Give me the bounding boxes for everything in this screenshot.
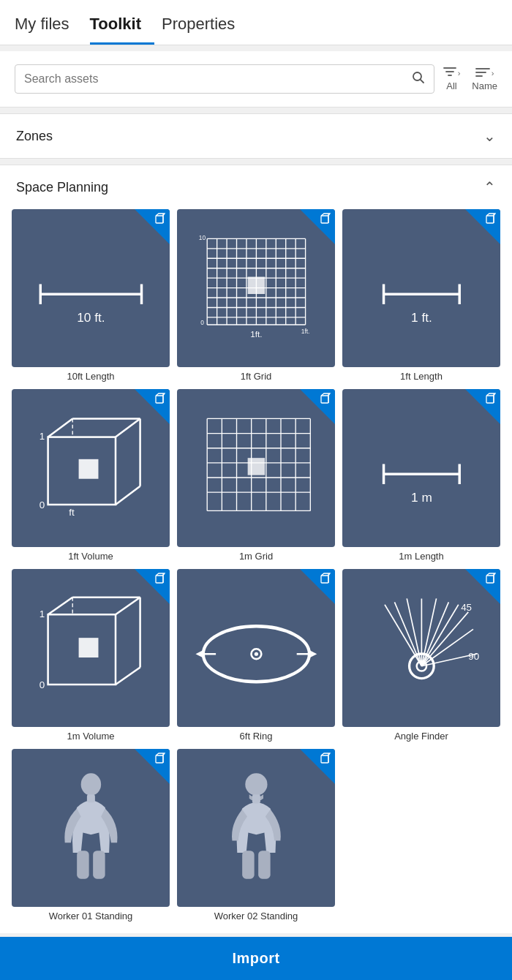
import-bar[interactable]: Import: [0, 937, 512, 980]
svg-text:ft: ft: [69, 508, 75, 519]
search-input-wrap[interactable]: [15, 64, 434, 94]
space-planning-section: Space Planning ⌃ 10 ft.: [0, 165, 512, 933]
zones-header[interactable]: Zones ⌄: [0, 114, 512, 158]
asset-card-6ft-ring[interactable]: 6ft Ring: [177, 569, 335, 742]
svg-line-85: [48, 598, 72, 615]
svg-line-87: [116, 668, 140, 685]
cube-icon: [320, 753, 331, 766]
filter-type-button[interactable]: › All: [443, 67, 461, 91]
svg-text:0: 0: [39, 679, 44, 690]
asset-illustration-angle-finder: 90 45: [358, 592, 485, 703]
svg-rect-34: [247, 277, 265, 295]
asset-illustration-1m-length: 1 m: [358, 412, 485, 523]
cube-icon: [320, 393, 331, 407]
cube-icon: [154, 393, 166, 407]
asset-thumb-worker-01: [12, 749, 170, 907]
asset-label-10ft-length: 10ft Length: [67, 371, 114, 382]
svg-text:1 m: 1 m: [411, 491, 432, 505]
cube-icon: [320, 213, 331, 227]
tab-my-files[interactable]: My files: [15, 15, 83, 45]
cube-icon: [485, 573, 497, 587]
search-section: › All › Name: [0, 51, 512, 108]
import-button[interactable]: Import: [232, 950, 279, 967]
svg-point-102: [254, 652, 257, 656]
svg-line-112: [421, 612, 468, 666]
asset-card-1ft-grid[interactable]: 1ft. 0 10 1ft. 1ft Grid: [177, 209, 335, 382]
main-scroll-area: › All › Name Zones ⌄: [0, 45, 512, 937]
asset-label-angle-finder: Angle Finder: [394, 731, 448, 742]
svg-rect-5: [156, 216, 163, 223]
asset-illustration-1m-volume: 0 1: [28, 592, 154, 703]
svg-rect-11: [321, 216, 328, 223]
asset-thumb-1ft-length: 1 ft.: [342, 209, 500, 367]
asset-illustration-6ft-ring: [193, 592, 320, 703]
asset-illustration-1ft-volume: 0 1 ft: [28, 412, 154, 523]
asset-card-1m-volume[interactable]: 0 1 1m Volume: [12, 569, 170, 742]
zones-section: Zones ⌄: [0, 113, 512, 159]
svg-rect-130: [258, 851, 270, 879]
svg-line-50: [116, 486, 140, 505]
svg-rect-123: [77, 851, 89, 879]
asset-label-1ft-volume: 1ft Volume: [68, 551, 113, 562]
space-planning-title: Space Planning: [16, 180, 108, 195]
svg-text:90: 90: [468, 652, 479, 663]
svg-text:1: 1: [39, 431, 44, 442]
svg-rect-94: [321, 576, 328, 583]
asset-card-1m-length[interactable]: 1 m 1m Length: [342, 389, 500, 562]
asset-thumb-worker-02: [177, 749, 335, 907]
svg-rect-82: [156, 576, 163, 583]
zones-title: Zones: [16, 129, 53, 144]
assets-grid: 10 ft. 10ft Length: [0, 209, 512, 921]
space-planning-chevron-icon: ⌃: [483, 178, 496, 196]
svg-line-105: [385, 605, 421, 666]
svg-rect-75: [247, 459, 265, 476]
svg-line-111: [421, 605, 458, 666]
filter-icon-row: ›: [443, 67, 461, 79]
asset-card-1ft-length[interactable]: 1 ft. 1ft Length: [342, 209, 500, 382]
search-input[interactable]: [24, 72, 412, 86]
svg-text:1ft.: 1ft.: [301, 328, 309, 335]
asset-label-1m-length: 1m Length: [399, 551, 443, 562]
svg-rect-103: [486, 576, 494, 583]
filter-type-label: All: [446, 80, 456, 91]
asset-thumb-1ft-grid: 1ft. 0 10 1ft.: [177, 209, 335, 367]
sort-chevron-icon: ›: [492, 69, 494, 78]
search-button[interactable]: [412, 71, 425, 87]
svg-text:0: 0: [200, 319, 204, 326]
asset-card-worker-01[interactable]: Worker 01 Standing: [12, 749, 170, 921]
asset-illustration-1ft-grid: 1ft. 0 10 1ft.: [193, 233, 320, 343]
svg-rect-125: [321, 755, 328, 763]
cube-icon: [154, 753, 166, 766]
asset-card-1m-grid[interactable]: 1m Grid: [177, 389, 335, 562]
space-planning-header[interactable]: Space Planning ⌃: [0, 165, 512, 209]
zones-chevron-icon: ⌄: [483, 127, 496, 145]
svg-marker-100: [309, 650, 317, 657]
sort-button[interactable]: › Name: [472, 67, 497, 91]
tab-properties[interactable]: Properties: [162, 15, 248, 45]
sort-icon-row: ›: [475, 67, 494, 79]
asset-illustration-1ft-length: 1 ft.: [358, 233, 485, 343]
filter-group: › All › Name: [443, 67, 497, 91]
asset-card-worker-02[interactable]: Worker 02 Standing: [177, 749, 335, 921]
cube-icon: [485, 213, 497, 227]
svg-rect-91: [78, 638, 98, 658]
svg-marker-99: [195, 650, 203, 657]
cube-icon: [320, 573, 331, 587]
svg-text:10: 10: [198, 234, 206, 241]
svg-text:1ft.: 1ft.: [250, 329, 262, 339]
asset-card-10ft-length[interactable]: 10 ft. 10ft Length: [12, 209, 170, 382]
svg-rect-58: [321, 396, 328, 403]
svg-text:1 ft.: 1 ft.: [411, 311, 432, 325]
svg-line-1: [420, 80, 423, 83]
asset-thumb-10ft-length: 10 ft.: [12, 209, 170, 367]
asset-thumb-angle-finder: 90 45: [342, 569, 500, 727]
filter-icon: [443, 67, 456, 79]
svg-rect-39: [486, 216, 494, 223]
cube-icon: [154, 213, 166, 227]
asset-illustration-10ft-length: 10 ft.: [28, 233, 154, 343]
svg-line-48: [48, 419, 72, 437]
tab-toolkit[interactable]: Toolkit: [90, 15, 154, 45]
asset-card-1ft-volume[interactable]: 0 1 ft 1ft Volume: [12, 389, 170, 562]
cube-icon: [485, 393, 497, 407]
asset-card-angle-finder[interactable]: 90 45 Angle Finder: [342, 569, 500, 742]
